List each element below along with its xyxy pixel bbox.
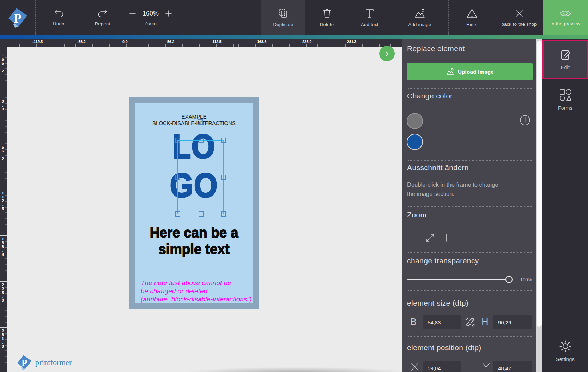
broken-link-icon[interactable] — [464, 316, 476, 328]
sidebar-item-settings[interactable]: Settings — [542, 336, 588, 366]
brand-wordmark: printformer — [35, 358, 72, 367]
app-logo[interactable]: P — [0, 0, 35, 35]
undo-icon — [54, 9, 64, 18]
color-swatch-blue[interactable] — [407, 134, 423, 150]
zoom-value: 160% — [143, 10, 159, 17]
v-ruler-label: 281.3 — [1, 329, 5, 348]
panel-separator — [407, 290, 532, 291]
add-text-button[interactable]: Add text — [348, 0, 391, 35]
back-to-shop-label: back to the shop — [501, 22, 537, 27]
horizontal-ruler-ticks — [0, 44, 402, 47]
v-ruler-label: 0.0 — [1, 99, 5, 111]
crop-description: Double-click in the frame to change the … — [407, 180, 498, 198]
printformer-logo-icon: P — [7, 7, 28, 28]
replace-element-heading: Replace element — [407, 44, 465, 53]
transparency-slider-track[interactable] — [407, 279, 509, 280]
width-input[interactable] — [423, 315, 461, 329]
trash-icon — [322, 8, 332, 19]
minus-icon — [128, 9, 137, 18]
element-zoom-out-button[interactable] — [410, 233, 419, 244]
printformer-logo-icon: P — [16, 355, 32, 370]
vertical-ruler-ticks — [5, 39, 7, 372]
add-text-label: Add text — [361, 22, 378, 27]
selection-handle-sw[interactable] — [175, 211, 180, 217]
h-ruler-label: 225.0 — [302, 40, 311, 44]
rotation-handle[interactable] — [198, 119, 203, 125]
selection-handle-n[interactable] — [199, 138, 204, 143]
sidebar-item-edit[interactable]: Edit — [542, 40, 588, 79]
sidebar-edit-label: Edit — [561, 65, 570, 70]
canvas-bottom-shadow — [183, 367, 409, 372]
example-header-text: EXAMPLE BLOCK-DISABLE-INTERACTIONS — [135, 114, 253, 126]
top-toolbar: P Undo Repeat 160% — [0, 0, 588, 35]
repeat-button[interactable]: Repeat — [82, 0, 123, 35]
toolbar-spacer — [178, 0, 261, 35]
h-ruler-label: 56.2 — [167, 40, 174, 44]
edit-panel: Replace element Upload Image Change colo… — [402, 39, 536, 372]
v-ruler-label: -56.2 — [1, 53, 5, 73]
footer-brand[interactable]: P printformer — [16, 355, 72, 370]
duplicate-label: Duplicate — [273, 22, 293, 27]
svg-text:P: P — [14, 12, 21, 25]
horizontal-ruler: -112.5 -56.2 0.0 56.2 112.5 168.8 225.0 … — [0, 39, 402, 47]
add-image-label: Add image — [408, 22, 431, 27]
hints-button[interactable]: Hints — [448, 0, 495, 35]
repeat-label: Repeat — [95, 21, 110, 26]
v-ruler-label: 168.8 — [1, 237, 5, 256]
panel-collapse-button[interactable] — [379, 46, 395, 61]
sidebar-forms-label: Forms — [558, 105, 572, 111]
simple-text-element[interactable]: Here can be a simple text — [138, 224, 250, 258]
zoom-in-button[interactable] — [164, 9, 173, 18]
undo-label: Undo — [53, 21, 64, 26]
color-swatch-gray[interactable] — [407, 113, 423, 129]
duplicate-icon — [278, 8, 289, 19]
gear-icon — [559, 340, 572, 353]
transparency-value: 100% — [514, 277, 532, 282]
to-preview-button[interactable]: to the preview — [543, 0, 588, 35]
panel-separator — [407, 206, 532, 207]
svg-text:P: P — [22, 358, 27, 368]
undo-button[interactable]: Undo — [35, 0, 82, 35]
selection-handle-e[interactable] — [221, 175, 226, 180]
element-position-heading: element position (dtp) — [407, 343, 481, 352]
eye-icon — [559, 9, 572, 18]
color-info-button[interactable] — [520, 115, 531, 126]
image-upload-icon — [446, 68, 454, 76]
panel-separator — [407, 160, 532, 161]
upload-image-label: Upload Image — [458, 69, 494, 75]
v-ruler-label: 112.5 — [1, 191, 5, 210]
printformer-editor: P Undo Repeat 160% — [0, 0, 588, 372]
delete-button[interactable]: Delete — [305, 0, 348, 35]
selection-handle-ne[interactable] — [221, 138, 226, 143]
y-axis-icon — [481, 362, 491, 372]
element-zoom-fit-button[interactable] — [425, 233, 435, 244]
warning-triangle-icon — [466, 8, 478, 19]
position-y-input[interactable] — [493, 361, 532, 372]
plus-icon — [442, 233, 451, 242]
selection-handle-nw[interactable] — [175, 138, 180, 143]
selection-handle-w[interactable] — [175, 175, 180, 180]
selection-handle-se[interactable] — [221, 211, 226, 217]
element-zoom-in-button[interactable] — [442, 233, 451, 244]
element-size-heading: element size (dtp) — [407, 299, 468, 307]
selection-handle-s[interactable] — [199, 211, 204, 217]
height-input[interactable] — [493, 315, 532, 329]
duplicate-button[interactable]: Duplicate — [261, 0, 305, 35]
h-ruler-label: -56.2 — [77, 40, 86, 44]
zoom-out-button[interactable] — [128, 9, 137, 18]
h-ruler-label: 168.8 — [257, 40, 266, 44]
panel-scrollbar-thumb[interactable] — [537, 41, 542, 327]
height-field-label: H — [481, 317, 489, 328]
zoom-label: Zoom — [145, 21, 157, 26]
position-x-input[interactable] — [423, 361, 461, 372]
back-to-shop-button[interactable]: back to the shop — [495, 0, 543, 35]
transparency-slider-knob[interactable] — [505, 276, 513, 283]
x-axis-icon — [410, 362, 420, 372]
add-image-button[interactable]: Add image — [391, 0, 448, 35]
sidebar-item-forms[interactable]: Forms — [542, 85, 588, 114]
upload-image-button[interactable]: Upload Image — [407, 63, 533, 80]
image-icon — [414, 8, 425, 19]
panel-scrollbar[interactable] — [536, 39, 542, 372]
transparency-heading: change transparency — [407, 257, 479, 265]
selection-frame[interactable] — [177, 140, 224, 214]
